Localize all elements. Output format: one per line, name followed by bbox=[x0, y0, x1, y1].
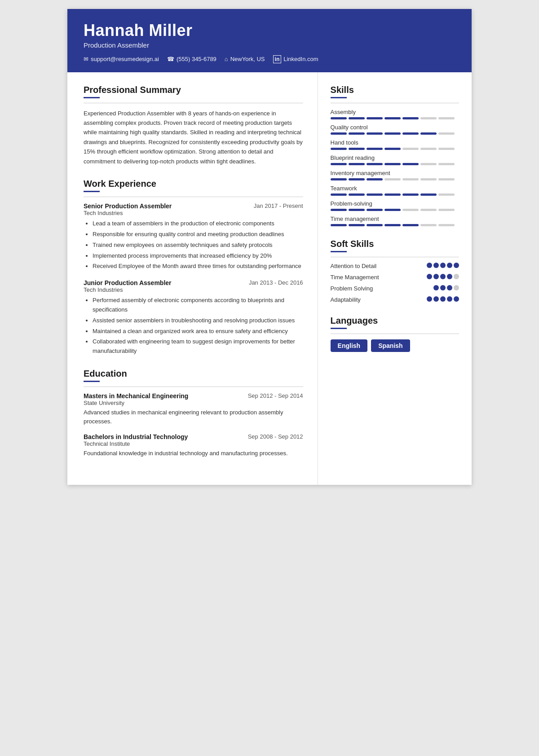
skill-bar-time bbox=[331, 224, 459, 226]
job-bullet: Trained new employees on assembly techni… bbox=[93, 241, 303, 250]
dot bbox=[440, 296, 446, 302]
edu-degree: Bachelors in Industrial Technology bbox=[84, 433, 188, 440]
contact-email: ✉ support@resumedesign.ai bbox=[84, 55, 159, 63]
skill-item: Assembly bbox=[331, 109, 459, 119]
contact-linkedin: in LinkedIn.com bbox=[273, 55, 318, 63]
dot bbox=[433, 285, 439, 290]
edu-degree: Masters in Mechanical Engineering bbox=[84, 392, 188, 400]
education-item: Masters in Mechanical Engineering Sep 20… bbox=[84, 392, 303, 426]
edu-desc: Advanced studies in mechanical engineeri… bbox=[84, 408, 303, 426]
resume-container: Hannah Miller Production Assembler ✉ sup… bbox=[67, 9, 472, 485]
job-bullet: Implemented process improvements that in… bbox=[93, 251, 303, 261]
skill-bar-teamwork bbox=[331, 193, 459, 196]
job-bullet: Received Employee of the Month award thr… bbox=[93, 262, 303, 271]
soft-dots-time bbox=[427, 274, 459, 279]
skills-section: Skills Assembly Quality control Hand bbox=[331, 85, 459, 226]
job-bullets-list: Lead a team of assemblers in the product… bbox=[84, 219, 303, 271]
skill-bar-inventory bbox=[331, 178, 459, 180]
candidate-name: Hannah Miller bbox=[84, 22, 455, 40]
education-section: Education Masters in Mechanical Engineer… bbox=[84, 369, 303, 458]
language-spanish: Spanish bbox=[371, 339, 410, 352]
job-title: Junior Production Assembler bbox=[84, 279, 172, 286]
skills-heading: Skills bbox=[331, 85, 459, 95]
skill-item: Inventory management bbox=[331, 170, 459, 180]
left-column: Professional Summary Experienced Product… bbox=[67, 72, 318, 485]
dot bbox=[454, 263, 459, 268]
education-heading: Education bbox=[84, 369, 303, 379]
email-icon: ✉ bbox=[84, 56, 88, 62]
contact-phone: ☎ (555) 345-6789 bbox=[167, 55, 216, 63]
summary-heading: Professional Summary bbox=[84, 85, 303, 95]
soft-dots-adapt bbox=[427, 296, 459, 302]
skill-bar-problem bbox=[331, 209, 459, 211]
linkedin-icon: in bbox=[273, 55, 282, 63]
job-bullets-list: Performed assembly of electronic compone… bbox=[84, 296, 303, 356]
job-item: Senior Production Assembler Jan 2017 - P… bbox=[84, 202, 303, 271]
contact-bar: ✉ support@resumedesign.ai ☎ (555) 345-67… bbox=[84, 55, 455, 63]
job-header: Senior Production Assembler Jan 2017 - P… bbox=[84, 202, 303, 210]
location-icon: ⌂ bbox=[225, 56, 228, 62]
job-date: Jan 2017 - Present bbox=[254, 202, 303, 209]
right-column: Skills Assembly Quality control Hand bbox=[318, 72, 472, 485]
job-date: Jan 2013 - Dec 2016 bbox=[249, 279, 303, 286]
soft-skill-item: Adaptability bbox=[331, 296, 459, 303]
dot bbox=[440, 285, 446, 290]
experience-hr bbox=[84, 197, 303, 197]
job-bullet: Responsible for ensuring quality control… bbox=[93, 230, 303, 239]
job-bullet: Performed assembly of electronic compone… bbox=[93, 296, 303, 315]
job-bullet: Assisted senior assemblers in troublesho… bbox=[93, 316, 303, 325]
soft-dots-attention bbox=[427, 263, 459, 268]
dot bbox=[447, 296, 452, 302]
skill-item: Quality control bbox=[331, 124, 459, 135]
summary-hr bbox=[84, 103, 303, 103]
header-section: Hannah Miller Production Assembler ✉ sup… bbox=[67, 9, 472, 72]
skill-item: Blueprint reading bbox=[331, 154, 459, 165]
edu-header: Masters in Mechanical Engineering Sep 20… bbox=[84, 392, 303, 400]
job-title: Senior Production Assembler bbox=[84, 202, 172, 210]
skill-bar-handtools bbox=[331, 148, 459, 150]
skill-bar-blueprint bbox=[331, 163, 459, 165]
education-item: Bachelors in Industrial Technology Sep 2… bbox=[84, 433, 303, 458]
dot bbox=[440, 274, 446, 279]
dot bbox=[454, 285, 459, 290]
dot bbox=[433, 296, 439, 302]
soft-skills-divider bbox=[331, 251, 347, 252]
dot bbox=[427, 296, 432, 302]
body-section: Professional Summary Experienced Product… bbox=[67, 72, 472, 485]
skill-item: Hand tools bbox=[331, 139, 459, 150]
job-bullet: Collaborated with engineering team to su… bbox=[93, 337, 303, 356]
edu-institution: Technical Institute bbox=[84, 440, 303, 447]
job-bullet: Lead a team of assemblers in the product… bbox=[93, 219, 303, 229]
education-hr bbox=[84, 387, 303, 387]
soft-skills-heading: Soft Skills bbox=[331, 239, 459, 249]
languages-section: Languages English Spanish bbox=[331, 316, 459, 352]
dot bbox=[454, 296, 459, 302]
languages-badges: English Spanish bbox=[331, 339, 459, 352]
soft-skill-item: Time Management bbox=[331, 274, 459, 281]
soft-skill-item: Attention to Detail bbox=[331, 263, 459, 269]
dot bbox=[447, 274, 452, 279]
skill-item: Problem-solving bbox=[331, 200, 459, 211]
experience-section: Work Experience Senior Production Assemb… bbox=[84, 179, 303, 356]
job-company: Tech Industries bbox=[84, 210, 303, 216]
education-divider bbox=[84, 381, 100, 382]
experience-heading: Work Experience bbox=[84, 179, 303, 189]
soft-skills-section: Soft Skills Attention to Detail bbox=[331, 239, 459, 303]
skill-bar-quality bbox=[331, 132, 459, 135]
job-company: Tech Industries bbox=[84, 286, 303, 293]
summary-divider bbox=[84, 97, 100, 98]
phone-icon: ☎ bbox=[167, 56, 174, 62]
contact-location: ⌂ NewYork, US bbox=[225, 55, 265, 63]
skill-bar-assembly bbox=[331, 117, 459, 119]
edu-desc: Foundational knowledge in industrial tec… bbox=[84, 449, 303, 458]
summary-text: Experienced Production Assembler with 8 … bbox=[84, 109, 303, 167]
dot bbox=[440, 263, 446, 268]
skill-item: Teamwork bbox=[331, 185, 459, 196]
dot bbox=[433, 274, 439, 279]
languages-hr bbox=[331, 334, 459, 334]
soft-skills-hr bbox=[331, 257, 459, 257]
skills-hr bbox=[331, 103, 459, 103]
languages-heading: Languages bbox=[331, 316, 459, 326]
job-header: Junior Production Assembler Jan 2013 - D… bbox=[84, 279, 303, 286]
dot bbox=[433, 263, 439, 268]
